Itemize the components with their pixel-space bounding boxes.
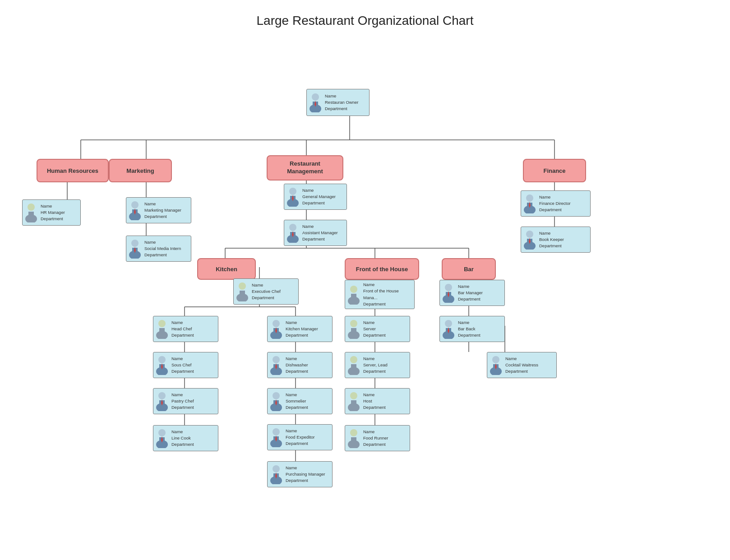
- svg-point-120: [445, 284, 452, 291]
- server-lead-text: NameServer, LeadDepartment: [363, 356, 388, 375]
- head-chef-avatar: [155, 319, 169, 339]
- line-cook-text: NameLine CookDepartment: [171, 429, 194, 448]
- owner-node: NameRestauran OwnerDepartment: [306, 89, 370, 116]
- kitchen-dept-node: Kitchen: [197, 258, 256, 280]
- exec-chef-text: NameExecutive ChefDepartment: [252, 282, 281, 301]
- server-text: NameServerDepartment: [363, 319, 386, 339]
- svg-point-55: [131, 240, 139, 247]
- exec-chef-avatar: [235, 282, 249, 301]
- svg-point-48: [28, 204, 35, 211]
- food-exp-text: NameFood ExpeditorDepartment: [286, 428, 314, 447]
- food-runner-node: NameFood RunnerDepartment: [345, 425, 410, 451]
- bar-back-text: NameBar BackDepartment: [458, 319, 481, 339]
- svg-point-67: [239, 282, 246, 290]
- marketing-dept-node: Marketing: [109, 159, 172, 182]
- hr-dept-node: Human Resources: [37, 159, 109, 182]
- sommelier-text: NameSommelierDepartment: [286, 392, 308, 411]
- svg-rect-110: [351, 328, 356, 335]
- host-avatar: [347, 391, 361, 411]
- svg-point-132: [526, 194, 533, 202]
- line-cook-node: NameLine CookDepartment: [153, 425, 218, 451]
- hr-mgr-text: NameHR ManagerDepartment: [41, 203, 65, 222]
- svg-rect-69: [240, 291, 245, 298]
- head-chef-node: NameHead ChefDepartment: [153, 316, 218, 342]
- svg-point-117: [350, 429, 357, 436]
- svg-point-89: [273, 356, 280, 363]
- cocktail-waitress-node: NameCocktail WaitressDepartment: [487, 352, 557, 378]
- asst-mgr-text: NameAssistant ManagerDepartment: [302, 223, 338, 243]
- svg-point-81: [158, 429, 166, 436]
- mkt-mgr-text: NameMarketing ManagerDepartment: [144, 201, 181, 220]
- rest-mgmt-dept-node: RestaurantManagement: [267, 155, 343, 180]
- page-title: Large Restaurant Organizational Chart: [0, 0, 730, 37]
- pastry-chef-avatar: [155, 391, 169, 411]
- finance-dept-label: Finance: [543, 167, 565, 174]
- bookkeeper-node: NameBook KeeperDepartment: [521, 227, 591, 253]
- svg-point-105: [350, 286, 357, 293]
- foh-mgr-node: NameFront of the House Mana...Department: [345, 280, 415, 309]
- svg-rect-50: [28, 212, 34, 219]
- gen-mgr-text: NameGeneral ManagerDepartment: [302, 187, 336, 207]
- hr-dept-label: Human Resources: [47, 167, 98, 174]
- svg-point-44: [312, 93, 319, 101]
- svg-point-51: [131, 201, 139, 208]
- kitchen-mgr-node: NameKitchen ManagerDepartment: [267, 316, 333, 342]
- svg-point-124: [445, 320, 452, 327]
- gen-mgr-avatar: [286, 187, 300, 207]
- food-runner-text: NameFood RunnerDepartment: [363, 429, 388, 448]
- sous-chef-node: NameSous ChefDepartment: [153, 352, 218, 378]
- svg-point-73: [158, 356, 166, 363]
- server-lead-node: NameServer, LeadDepartment: [345, 352, 410, 378]
- foh-dept-label: Front of the House: [356, 266, 408, 273]
- svg-point-136: [526, 231, 533, 238]
- cocktail-text: NameCocktail WaitressDepartment: [505, 356, 538, 375]
- sous-chef-avatar: [155, 355, 169, 375]
- gen-mgr-node: NameGeneral ManagerDepartment: [284, 184, 347, 210]
- svg-point-93: [273, 392, 280, 399]
- foh-dept-node: Front of the House: [345, 258, 419, 280]
- bar-back-node: NameBar BackDepartment: [439, 316, 505, 342]
- pastry-chef-text: NamePastry ChefDepartment: [171, 392, 194, 411]
- head-chef-text: NameHead ChefDepartment: [171, 319, 194, 339]
- bar-mgr-node: NameBar ManagerDepartment: [439, 280, 505, 306]
- rest-mgmt-label: RestaurantManagement: [287, 160, 323, 176]
- sommelier-avatar: [269, 391, 283, 411]
- bookkeeper-avatar: [522, 230, 537, 250]
- hr-manager-node: NameHR ManagerDepartment: [22, 199, 81, 226]
- fin-dir-avatar: [522, 194, 537, 213]
- bar-dept-label: Bar: [464, 266, 474, 273]
- line-cook-avatar: [155, 428, 169, 448]
- intern-avatar: [128, 239, 142, 259]
- sous-chef-text: NameSous ChefDepartment: [171, 356, 194, 375]
- kitchen-mgr-text: NameKitchen ManagerDepartment: [286, 319, 318, 339]
- asst-mgr-node: NameAssistant ManagerDepartment: [284, 220, 347, 246]
- foh-mgr-text: NameFront of the House Mana...Department: [363, 282, 411, 307]
- svg-rect-116: [351, 400, 356, 407]
- social-media-intern-node: NameSocial Media InternDepartment: [126, 236, 191, 262]
- owner-avatar: [308, 93, 323, 112]
- svg-point-63: [289, 224, 296, 231]
- bar-mgr-avatar: [441, 283, 456, 303]
- svg-point-111: [350, 356, 357, 363]
- svg-point-101: [273, 465, 280, 472]
- bar-mgr-text: NameBar ManagerDepartment: [458, 283, 483, 303]
- svg-point-59: [289, 188, 296, 195]
- hr-mgr-avatar: [24, 203, 38, 222]
- svg-point-85: [273, 320, 280, 327]
- intern-text: NameSocial Media InternDepartment: [144, 239, 181, 259]
- bar-dept-node: Bar: [442, 258, 496, 280]
- mkt-mgr-avatar: [128, 200, 142, 220]
- dishwasher-node: NameDishwasherDepartment: [267, 352, 333, 378]
- chart-container: NameRestauran OwnerDepartment Human Reso…: [9, 37, 721, 560]
- svg-rect-72: [159, 328, 165, 335]
- svg-point-70: [158, 320, 166, 327]
- pastry-chef-node: NamePastry ChefDepartment: [153, 388, 218, 414]
- bookkeeper-text: NameBook KeeperDepartment: [539, 230, 564, 250]
- org-chart: NameRestauran OwnerDepartment Human Reso…: [9, 37, 721, 560]
- marketing-dept-label: Marketing: [126, 167, 154, 174]
- host-node: NameHostDepartment: [345, 388, 410, 414]
- svg-point-97: [273, 428, 280, 435]
- purch-mgr-text: NamePurchasing ManagerDepartment: [286, 465, 325, 484]
- dishwasher-text: NameDishwasherDepartment: [286, 356, 308, 375]
- mkt-manager-node: NameMarketing ManagerDepartment: [126, 197, 191, 223]
